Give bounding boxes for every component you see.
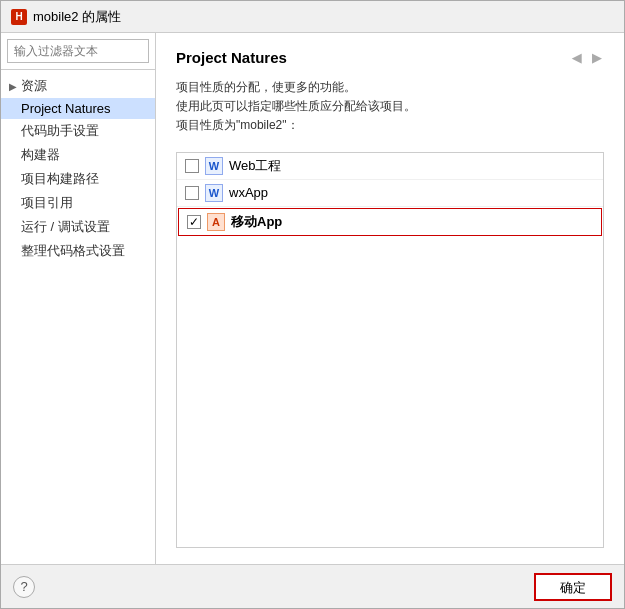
filter-input-wrap <box>1 33 155 70</box>
main-window: H mobile2 的属性 ▶ 资源 Project Natures 代码助手设… <box>0 0 625 609</box>
sidebar-item-resources[interactable]: ▶ 资源 <box>1 74 155 98</box>
nature-label-web: Web工程 <box>229 157 282 175</box>
nature-item-mobile[interactable]: ✓ A 移动App <box>178 208 602 236</box>
nature-item-wx[interactable]: W wxApp <box>177 180 603 207</box>
nature-item-web[interactable]: W Web工程 <box>177 153 603 180</box>
app-icon: H <box>11 9 27 25</box>
nav-prev-button[interactable]: ◀ <box>568 50 584 66</box>
sidebar-item-builder[interactable]: 构建器 <box>1 143 155 167</box>
sidebar-item-build-path[interactable]: 项目构建路径 <box>1 167 155 191</box>
checkmark-icon: ✓ <box>189 216 199 228</box>
bottom-bar: ? 确定 <box>1 564 624 608</box>
nature-icon-wx: W <box>205 184 223 202</box>
sidebar: ▶ 资源 Project Natures 代码助手设置 构建器 项目构建路径 项… <box>1 33 156 564</box>
nature-label-mobile: 移动App <box>231 213 282 231</box>
nature-checkbox-mobile[interactable]: ✓ <box>187 215 201 229</box>
sidebar-tree: ▶ 资源 Project Natures 代码助手设置 构建器 项目构建路径 项… <box>1 70 155 564</box>
nav-next-button[interactable]: ▶ <box>588 50 604 66</box>
ok-button[interactable]: 确定 <box>534 573 612 601</box>
expand-arrow-icon: ▶ <box>9 81 17 92</box>
sidebar-item-code-assist[interactable]: 代码助手设置 <box>1 119 155 143</box>
nature-checkbox-wx[interactable] <box>185 186 199 200</box>
nature-checkbox-web[interactable] <box>185 159 199 173</box>
filter-input[interactable] <box>7 39 149 63</box>
panel-nav-buttons: ◀ ▶ <box>568 50 604 66</box>
panel-description: 项目性质的分配，使更多的功能。 使用此页可以指定哪些性质应分配给该项目。 项目性… <box>176 78 604 136</box>
nature-icon-mobile: A <box>207 213 225 231</box>
title-bar: H mobile2 的属性 <box>1 1 624 33</box>
sidebar-item-project-ref[interactable]: 项目引用 <box>1 191 155 215</box>
sidebar-item-code-format[interactable]: 整理代码格式设置 <box>1 239 155 263</box>
help-button[interactable]: ? <box>13 576 35 598</box>
sidebar-item-project-natures[interactable]: Project Natures <box>1 98 155 119</box>
main-panel: Project Natures ◀ ▶ 项目性质的分配，使更多的功能。 使用此页… <box>156 33 624 564</box>
nature-icon-web: W <box>205 157 223 175</box>
bottom-right-buttons: 确定 <box>534 573 612 601</box>
content-area: ▶ 资源 Project Natures 代码助手设置 构建器 项目构建路径 项… <box>1 33 624 564</box>
window-title: mobile2 的属性 <box>33 8 121 26</box>
panel-title: Project Natures ◀ ▶ <box>176 49 604 66</box>
sidebar-item-run-debug[interactable]: 运行 / 调试设置 <box>1 215 155 239</box>
nature-label-wx: wxApp <box>229 185 268 200</box>
nature-list: W Web工程 W wxApp ✓ <box>176 152 604 548</box>
